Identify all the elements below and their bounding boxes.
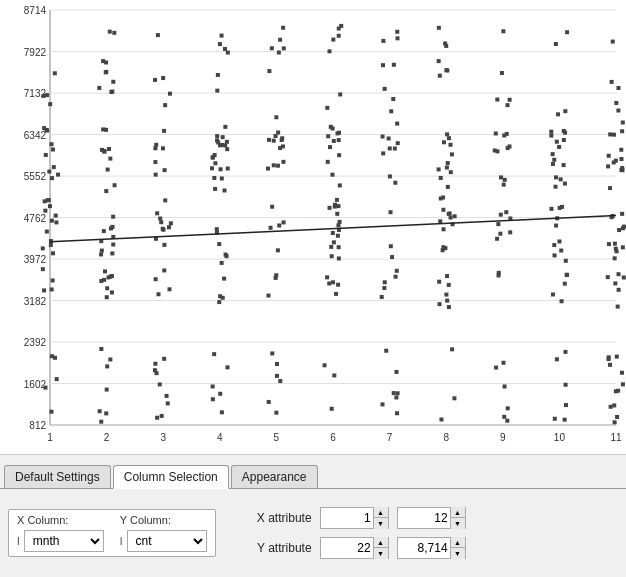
x-attribute-down2[interactable]: ▼ [451,518,465,529]
column-selectors-group: X Column: I mnth Y Column: I cnt [8,509,216,557]
chart-area [0,0,626,455]
x-column-icon: I [17,536,20,547]
y-attribute-label: Y attribute [240,541,312,555]
x-attribute-input1[interactable] [321,508,373,528]
y-attribute-spinner1[interactable]: ▲ ▼ [320,537,389,559]
tab-appearance[interactable]: Appearance [231,465,318,488]
y-attribute-up1[interactable]: ▲ [374,537,388,548]
x-attribute-row: X attribute ▲ ▼ ▲ ▼ [240,507,466,529]
tabs-row: Default Settings Column Selection Appear… [0,455,626,489]
y-column-icon: I [120,536,123,547]
bottom-panel: Default Settings Column Selection Appear… [0,455,626,577]
x-column-select[interactable]: mnth [24,530,104,552]
tab-default-settings[interactable]: Default Settings [4,465,111,488]
tab-column-selection[interactable]: Column Selection [113,465,229,489]
x-attribute-up1[interactable]: ▲ [374,507,388,518]
y-column-label: Y Column: [120,514,207,526]
controls-row: X Column: I mnth Y Column: I cnt [0,489,626,577]
y-column-select[interactable]: cnt [127,530,207,552]
y-attribute-input2[interactable] [398,538,450,558]
y-attribute-down2[interactable]: ▼ [451,548,465,559]
y-attribute-down1[interactable]: ▼ [374,548,388,559]
x-attribute-input2[interactable] [398,508,450,528]
y-attribute-spinner2[interactable]: ▲ ▼ [397,537,466,559]
x-attribute-down1[interactable]: ▼ [374,518,388,529]
x-attribute-up2[interactable]: ▲ [451,507,465,518]
y-attribute-row: Y attribute ▲ ▼ ▲ ▼ [240,537,466,559]
attributes-group: X attribute ▲ ▼ ▲ ▼ Y [240,507,466,559]
x-attribute-spinner1[interactable]: ▲ ▼ [320,507,389,529]
x-column-label: X Column: [17,514,104,526]
x-attribute-spinner2[interactable]: ▲ ▼ [397,507,466,529]
y-attribute-up2[interactable]: ▲ [451,537,465,548]
y-attribute-input1[interactable] [321,538,373,558]
x-attribute-label: X attribute [240,511,312,525]
